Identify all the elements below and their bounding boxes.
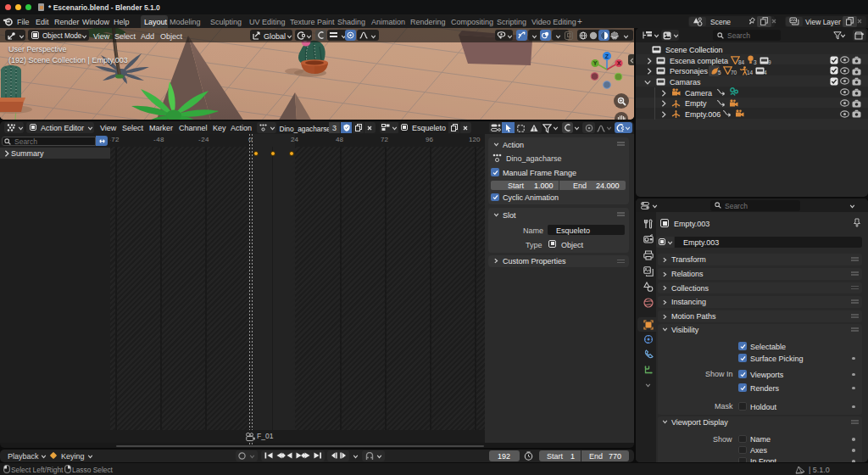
svg-text:X: X — [617, 60, 621, 66]
svg-text:Z: Z — [605, 53, 609, 59]
svg-text:Y: Y — [593, 60, 598, 66]
